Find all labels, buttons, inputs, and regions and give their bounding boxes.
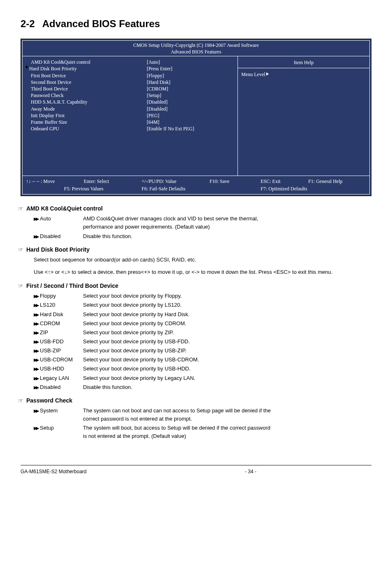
double-arrow-icon: ▶▶: [34, 302, 39, 309]
bios-label-text: Password Check: [31, 92, 64, 99]
heading-text: Hard Disk Boot Priority: [26, 246, 90, 253]
content-body: ☞AMD K8 Cool&Quiet control ▶▶Auto AMD Co…: [21, 204, 371, 440]
option-row: ▶▶LS120Select your boot device priority …: [34, 301, 371, 309]
option-name: Setup: [40, 425, 54, 431]
bios-label-text: First Boot Device: [31, 72, 66, 79]
option-name: Auto: [40, 215, 51, 222]
option-desc: Select your boot device priority by Hard…: [83, 310, 189, 319]
option-name: USB-ZIP: [40, 347, 61, 354]
pointer-icon: ☞: [18, 396, 26, 405]
bios-row-value: [CDROM]: [147, 86, 234, 92]
bios-inner-frame: CMOS Setup Utility-Copyright (C) 1984-20…: [22, 40, 370, 194]
item-heading-hdbp: ☞Hard Disk Boot Priority: [26, 245, 371, 254]
bios-label-text: Second Boot Device: [31, 79, 71, 86]
option-name: USB-HDD: [40, 366, 64, 372]
bios-row-label: HDD S.M.A.R.T. Capability: [26, 99, 147, 105]
option-desc: Select your boot device priority by ZIP.: [83, 329, 174, 337]
desc-line: The system will boot, but access to Setu…: [83, 424, 270, 432]
option-desc: AMD Cool&Quiet driver manages clock and …: [83, 215, 258, 231]
option-row: ▶▶System The system can not boot and can…: [34, 407, 371, 423]
option-name: ZIP: [40, 329, 48, 335]
option-row: ▶▶USB-CDROMSelect your boot device prior…: [34, 356, 371, 364]
item-heading-boot: ☞First / Second / Third Boot Device: [26, 282, 371, 290]
bios-label-text: Frame Buffer Size: [31, 119, 67, 125]
bios-values-col: [Auto] [Press Enter] [Floppy] [Hard Disk…: [147, 59, 234, 173]
option-label: ▶▶Hard Disk: [34, 310, 83, 319]
option-label: ▶▶Auto: [34, 215, 83, 231]
bios-row-value: [Enable If No Ext PEG]: [147, 125, 234, 132]
footer-row-2: F5: Previous Values F6: Fail-Safe Defaul…: [26, 185, 366, 192]
section-heading: Advanced BIOS Features: [42, 18, 160, 29]
help-title: Item Help: [238, 56, 369, 68]
heading-text: AMD K8 Cool&Quiet control: [26, 205, 103, 212]
option-row: ▶▶DisabledDisable this function.: [34, 383, 371, 391]
help-menu-level: Menu Level: [241, 71, 366, 78]
footer-prev: F5: Previous Values: [26, 185, 142, 192]
desc-line: correct password is not entered at the p…: [83, 415, 271, 423]
option-label: ▶▶Legacy LAN: [34, 374, 83, 382]
bios-label-text: Hard Disk Boot Priority: [29, 65, 77, 72]
option-row: ▶▶USB-ZIPSelect your boot device priorit…: [34, 347, 371, 355]
option-name: Disabled: [40, 233, 61, 239]
desc-line: is not entered at the prompt. (Default v…: [83, 432, 270, 440]
footer-page-number: - 34 -: [245, 468, 256, 475]
option-label: ▶▶CDROM: [34, 319, 83, 328]
double-arrow-icon: ▶▶: [34, 320, 39, 327]
desc-line: The system can not boot and can not acce…: [83, 407, 271, 415]
bios-row-label: Third Boot Device: [26, 86, 147, 92]
bios-row-value: [Floppy]: [147, 72, 234, 79]
bios-row-value: [Hard Disk]: [147, 79, 234, 86]
bios-row-value: [Disabled]: [147, 99, 234, 105]
option-name: CDROM: [40, 320, 60, 326]
option-desc: Select your boot device priority by USB-…: [83, 338, 190, 346]
option-row: ▶▶Disabled Disable this function.: [34, 232, 371, 241]
double-arrow-icon: ▶▶: [34, 384, 39, 391]
option-row: ▶▶CDROMSelect your boot device priority …: [34, 319, 371, 328]
double-arrow-icon: ▶▶: [34, 356, 39, 363]
option-label: ▶▶USB-HDD: [34, 365, 83, 373]
option-name: LS120: [40, 302, 55, 308]
bios-header-line1: CMOS Setup Utility-Copyright (C) 1984-20…: [23, 42, 369, 49]
bios-row-label: Onboard GPU: [26, 125, 147, 132]
bios-row-label: Hard Disk Boot Priority: [26, 65, 147, 72]
footer-failsafe: F6: Fail-Safe Defaults: [142, 185, 261, 192]
option-name: Hard Disk: [40, 311, 63, 317]
bios-row-label: Second Boot Device: [26, 79, 147, 86]
double-arrow-icon: ▶▶: [34, 347, 39, 354]
bios-label-text: Away Mode: [31, 106, 55, 112]
footer-left: GA-M61SME-S2 Motherboard: [21, 468, 245, 475]
desc-line: performance and power requirements. (Def…: [83, 223, 258, 231]
option-name: USB-CDROM: [40, 356, 73, 363]
option-name: System: [40, 407, 58, 414]
bios-row-label: Password Check: [26, 92, 147, 99]
bios-label-text: Third Boot Device: [31, 86, 68, 92]
option-desc: Select your boot device priority by USB-…: [83, 347, 187, 355]
option-row: ▶▶USB-HDDSelect your boot device priorit…: [34, 365, 371, 373]
option-desc: Select your boot device priority by Flop…: [83, 292, 182, 300]
option-name: USB-FDD: [40, 338, 64, 345]
paragraph: Use <↑> or <↓> to select a device, then …: [34, 268, 371, 277]
bios-footer: ↑↓→←: Move Enter: Select +/-/PU/PD: Valu…: [23, 176, 369, 194]
double-arrow-icon: ▶▶: [34, 375, 39, 382]
bios-row-value: [64M]: [147, 119, 234, 125]
option-desc: Select your boot device priority by USB-…: [83, 365, 191, 373]
option-label: ▶▶USB-ZIP: [34, 347, 83, 355]
bios-screen: CMOS Setup Utility-Copyright (C) 1984-20…: [21, 39, 371, 196]
option-row: ▶▶Legacy LANSelect your boot device prio…: [34, 374, 371, 382]
bios-header: CMOS Setup Utility-Copyright (C) 1984-20…: [23, 41, 369, 56]
option-name: Floppy: [40, 293, 56, 299]
double-arrow-icon: ▶▶: [34, 311, 39, 318]
help-sub-text: Menu Level: [241, 72, 265, 77]
pointer-icon: ☞: [18, 245, 26, 254]
option-desc: The system can not boot and can not acce…: [83, 407, 271, 423]
double-arrow-icon: ▶▶: [34, 329, 39, 336]
option-row: ▶▶USB-FDDSelect your boot device priorit…: [34, 338, 371, 346]
bios-label-text: Onboard GPU: [31, 125, 59, 132]
footer-enter: Enter: Select: [84, 178, 142, 185]
double-arrow-icon: ▶▶: [34, 215, 39, 222]
bios-row-label: AMD K8 Cool&Quiet control: [26, 59, 147, 65]
paragraph: Select boot sequence for onboard(or add-…: [34, 256, 371, 264]
pointer-icon: ☞: [18, 204, 26, 213]
option-desc: Disable this function.: [83, 232, 132, 241]
option-desc: Disable this function.: [83, 383, 132, 391]
